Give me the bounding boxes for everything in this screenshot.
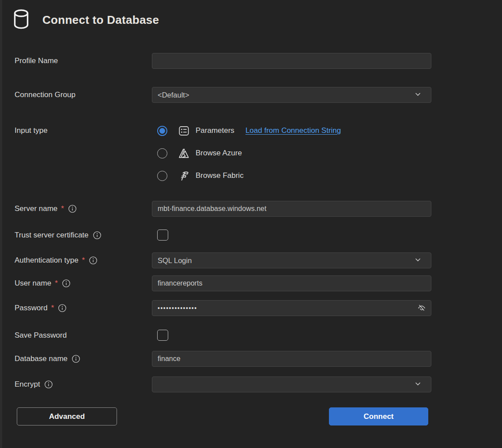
server-name-input[interactable]	[152, 201, 431, 217]
server-name-label: Server name	[15, 204, 57, 213]
radio-label-browse-fabric[interactable]: Browse Fabric	[196, 171, 244, 180]
dialog-title: Connect to Database	[42, 13, 159, 27]
user-name-input[interactable]	[152, 275, 431, 291]
dialog-header: Connect to Database	[0, 0, 502, 30]
password-input[interactable]	[152, 300, 431, 316]
info-icon[interactable]	[68, 204, 77, 213]
dialog-actions: Advanced Connect	[0, 407, 502, 425]
fabric-icon	[178, 170, 190, 182]
panel-left-edge	[0, 0, 2, 448]
authentication-type-label: Authentication type	[15, 256, 79, 265]
server-name-row: Server name *	[0, 201, 502, 217]
required-asterisk: *	[51, 304, 54, 312]
user-name-row: User name *	[0, 275, 502, 291]
user-name-label: User name	[15, 279, 51, 288]
required-asterisk: *	[82, 256, 85, 265]
authentication-type-value: SQL Login	[158, 256, 192, 265]
input-type-label: Input type	[0, 123, 152, 139]
required-asterisk: *	[61, 204, 64, 213]
profile-name-label: Profile Name	[0, 56, 152, 65]
input-type-row: Input type	[0, 123, 502, 184]
radio-browse-fabric[interactable]	[157, 171, 167, 181]
info-icon[interactable]	[89, 256, 98, 265]
info-icon[interactable]	[72, 354, 80, 363]
radio-label-browse-azure[interactable]: Browse Azure	[196, 149, 242, 158]
info-icon[interactable]	[93, 231, 102, 240]
authentication-type-dropdown[interactable]: SQL Login	[152, 252, 431, 268]
encrypt-dropdown[interactable]	[152, 376, 431, 392]
chevron-down-icon	[414, 90, 422, 100]
connection-group-value: <Default>	[158, 91, 189, 99]
trust-server-certificate-label: Trust server certificate	[15, 231, 89, 240]
chevron-down-icon	[414, 380, 422, 390]
parameters-icon	[178, 125, 190, 137]
connection-group-dropdown[interactable]: <Default>	[152, 87, 431, 103]
input-type-option-browse-fabric: Browse Fabric	[157, 168, 431, 184]
profile-name-input[interactable]	[152, 53, 431, 69]
save-password-checkbox[interactable]	[157, 330, 168, 341]
info-icon[interactable]	[62, 279, 71, 288]
database-name-row: Database name	[0, 351, 502, 367]
radio-selected-dot	[159, 128, 165, 134]
database-name-input[interactable]	[152, 351, 431, 367]
info-icon[interactable]	[44, 380, 53, 389]
encrypt-row: Encrypt	[0, 376, 502, 392]
database-name-label: Database name	[15, 354, 68, 363]
connect-to-database-dialog: Connect to Database Profile Name Connect…	[0, 0, 502, 448]
trust-server-certificate-row: Trust server certificate	[0, 229, 502, 241]
radio-label-parameters[interactable]: Parameters	[196, 126, 234, 135]
database-icon	[12, 8, 30, 31]
toggle-password-visibility-button[interactable]	[414, 302, 429, 314]
load-connection-string-link[interactable]: Load from Connection String	[245, 126, 341, 135]
radio-parameters[interactable]	[157, 126, 167, 136]
password-label: Password	[15, 304, 48, 312]
password-row: Password *	[0, 300, 502, 316]
azure-icon	[178, 147, 190, 159]
save-password-label: Save Password	[15, 331, 67, 340]
eye-off-icon	[417, 303, 427, 314]
advanced-button[interactable]: Advanced	[17, 407, 117, 425]
chevron-down-icon	[414, 256, 422, 266]
connect-button[interactable]: Connect	[329, 407, 428, 425]
authentication-type-row: Authentication type * SQL Login	[0, 252, 502, 268]
profile-name-row: Profile Name	[0, 53, 502, 69]
radio-browse-azure[interactable]	[157, 148, 167, 158]
connection-form: Profile Name Connection Group <Default>	[0, 30, 502, 425]
trust-server-certificate-checkbox[interactable]	[157, 230, 168, 241]
connection-group-label: Connection Group	[0, 90, 152, 99]
connection-group-row: Connection Group <Default>	[0, 87, 502, 103]
input-type-radio-group: Parameters Load from Connection String B…	[152, 123, 431, 184]
input-type-option-parameters: Parameters Load from Connection String	[157, 123, 431, 139]
info-icon[interactable]	[58, 304, 67, 312]
input-type-option-browse-azure: Browse Azure	[157, 145, 431, 161]
required-asterisk: *	[55, 279, 58, 288]
encrypt-label: Encrypt	[15, 380, 40, 389]
save-password-row: Save Password	[0, 329, 502, 341]
